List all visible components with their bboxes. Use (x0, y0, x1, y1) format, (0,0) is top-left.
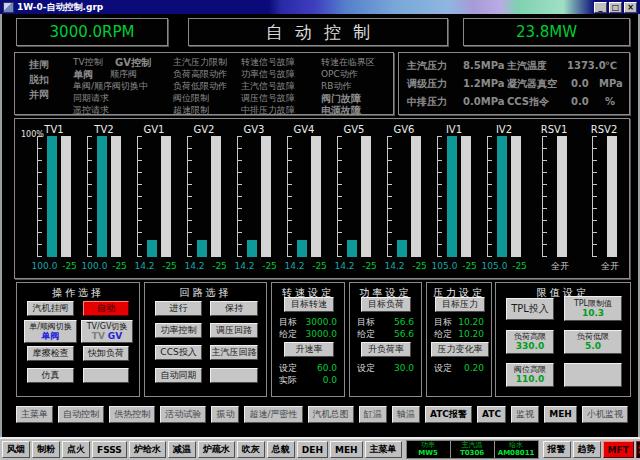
tvgv-switch-button[interactable]: TV/GV切换 TV GV (81, 320, 133, 343)
taskbar-tag-display: 功率 MW5 主汽温 T0306 给水 AM08011 (406, 440, 539, 459)
nav-monitor-button[interactable]: 监视 (511, 406, 539, 423)
pressure-rate-button[interactable]: 压力变化率 (431, 342, 489, 357)
taskbar-main-menu-button[interactable]: 主菜单 (365, 441, 402, 458)
auto-sync-button[interactable]: 自动同期 (155, 368, 202, 383)
valve-position-bar (197, 240, 207, 257)
actual-rate-value: 0.0 (323, 376, 337, 385)
main-screen: 3000.0RPM 自动控制 23.8MW 挂闸 脱扣 并网 TV控制 GV控制… (0, 14, 640, 437)
valve-reference-bar (557, 136, 567, 257)
given-label: 给定 (434, 330, 452, 339)
panel-title: 回路选择 (145, 286, 266, 300)
nav-atc-button[interactable]: ATC (477, 406, 506, 423)
taskbar-ignition-button[interactable]: 点火 (62, 441, 90, 458)
set-pressure-rate-value: 0.20 (464, 364, 484, 373)
turbine-latch-button[interactable]: 汽机挂闸 (27, 301, 74, 316)
auto-button[interactable]: 自动 (83, 301, 129, 316)
set-load-rate-value: 30.0 (394, 364, 414, 373)
target-speed-button[interactable]: 目标转速 (284, 297, 334, 312)
valve-high-limit-button[interactable]: 阀位高限 110.0 (506, 363, 554, 387)
valve-position-bar (347, 240, 357, 257)
nav-heat-supply-button[interactable]: 供热控制 (109, 406, 155, 423)
taskbar-fsss-button[interactable]: FSSS (92, 441, 127, 458)
meas-value: 1373.0 (567, 61, 606, 71)
speed-readout: 3000.0RPM (16, 18, 168, 46)
speed-rate-button[interactable]: 升速率 (284, 342, 334, 357)
status-limit-item: 负荷低限动作 (173, 82, 227, 91)
tag-feedwater: 给水 AM08011 (495, 441, 538, 458)
given-label: 给定 (357, 330, 375, 339)
target-load-button[interactable]: 目标负荷 (361, 297, 411, 312)
pressure-loop-button[interactable]: 调压回路 (210, 323, 258, 338)
nav-meh-button[interactable]: MEH (544, 406, 577, 423)
valve-scale-axis (387, 136, 393, 257)
target-load-value: 56.6 (394, 318, 414, 327)
target-pressure-value: 10.20 (458, 318, 484, 327)
nav-vibration-button[interactable]: 振动 (211, 406, 239, 423)
valve-scale-axis (187, 136, 193, 257)
valve-position-value: 105.0 (479, 262, 510, 271)
power-control-button[interactable]: 功率控制 (155, 323, 202, 338)
nav-cylinder-temp-button[interactable]: 缸温 (359, 406, 387, 423)
window-titlebar[interactable]: 1W-0-自动控制.grp _ □ × (0, 0, 640, 14)
load-dump-button[interactable]: 快卸负荷 (83, 346, 129, 361)
blank-button[interactable] (564, 363, 622, 387)
nav-turbine-overview-button[interactable]: 汽机总图 (308, 406, 354, 423)
nav-auto-control-button[interactable]: 自动控制 (58, 406, 104, 423)
taskbar-desuperheat-button[interactable]: 减温 (168, 441, 196, 458)
nav-small-turbine-monitor-button[interactable]: 小机监视 (582, 406, 628, 423)
valve-mode-switch-button[interactable]: 单/顺阀切换 单阀 (24, 320, 77, 343)
friction-check-button[interactable]: 摩擦检查 (27, 346, 74, 361)
status-signal-item: 转速信号故障 (241, 58, 295, 67)
close-button[interactable]: × (624, 2, 637, 13)
blank-button[interactable] (210, 368, 258, 383)
taskbar-feedwater-button[interactable]: 炉给水 (129, 441, 166, 458)
valve-label: GV6 (394, 123, 415, 136)
nav-overspeed-test-button[interactable]: 超速/严密性 (244, 406, 302, 423)
maximize-button[interactable]: □ (609, 2, 622, 13)
valve-position-value: 100.0 (29, 262, 60, 271)
taskbar-air-smoke-button[interactable]: 风烟 (2, 441, 30, 458)
hold-button[interactable]: 保持 (210, 301, 258, 316)
valve-label: TV1 (44, 123, 63, 136)
taskbar-overview-button[interactable]: 总貌 (267, 441, 295, 458)
valve-position-bar (97, 136, 107, 257)
tpl-limit-button[interactable]: TPL限制值 10.3 (564, 296, 622, 321)
ccs-on-button[interactable]: CCS投入 (155, 345, 202, 360)
window-title: 1W-0-自动控制.grp (17, 3, 103, 12)
meas-label: CCS指令 (507, 97, 549, 107)
simulation-button[interactable]: 仿真 (27, 368, 74, 383)
turbine-trip-button[interactable]: 汽机跳闸 (636, 441, 640, 458)
nav-atc-alarm-button[interactable]: ATC报警 (425, 406, 472, 423)
valve-reference-bar (511, 136, 521, 257)
given-pressure-value: 10.20 (458, 330, 484, 339)
nav-main-menu-button[interactable]: 主菜单 (16, 406, 53, 423)
set-label: 设定 (434, 364, 452, 373)
taskbar-meh-button[interactable]: MEH (330, 441, 363, 458)
load-rate-button[interactable]: 升负荷率 (361, 342, 411, 357)
valve-switch-state: 单阀 (42, 331, 60, 341)
nav-shaft-temp-button[interactable]: 轴温 (392, 406, 420, 423)
taskbar-deh-button[interactable]: DEH (297, 441, 328, 458)
taskbar-pulverizing-button[interactable]: 制粉 (32, 441, 60, 458)
taskbar-drain-button[interactable]: 炉疏水 (198, 441, 235, 458)
go-button[interactable]: 进行 (155, 301, 202, 316)
minimize-button[interactable]: _ (594, 2, 607, 13)
nav-valve-test-button[interactable]: 活动试验 (160, 406, 206, 423)
valve-scale-axis (337, 136, 343, 257)
alarm-button[interactable]: 报警 (543, 441, 571, 458)
main-pressure-loop-button[interactable]: 主汽压回路 (210, 345, 258, 360)
trend-button[interactable]: 趋势 (573, 441, 601, 458)
tpl-on-button[interactable]: TPL投入 (506, 298, 554, 320)
load-low-limit-button[interactable]: 负荷低限 5.0 (564, 330, 622, 354)
load-high-limit-button[interactable]: 负荷高限 330.0 (506, 330, 554, 354)
mft-button[interactable]: MFT (603, 441, 634, 458)
valve-reference-bar (161, 136, 171, 257)
target-pressure-button[interactable]: 目标压力 (435, 297, 485, 312)
valve-reference-bar (61, 136, 71, 257)
taskbar-sootblow-button[interactable]: 吹灰 (237, 441, 265, 458)
blank-button[interactable] (83, 368, 129, 383)
panel-limit: 限值设定 TPL投入 TPL限制值 10.3 负荷高限 330.0 负荷低限 5… (495, 282, 631, 397)
valve-open-label: 全开 (589, 262, 619, 271)
valve-reference-bar (411, 136, 421, 257)
status-tv-control: TV控制 (73, 58, 103, 67)
